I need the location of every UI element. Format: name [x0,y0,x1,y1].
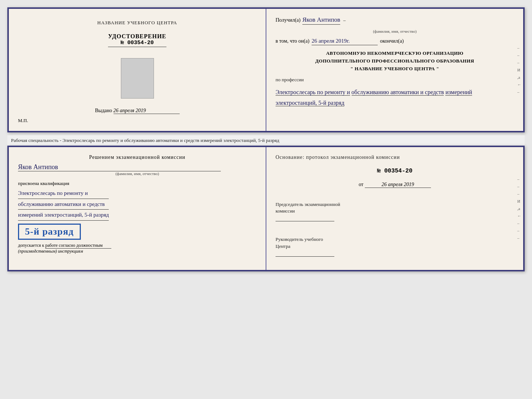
director-signature-line [276,256,334,257]
bottom-right-side-marks: – – – И ,а ← – – – [517,177,521,240]
received-line: Получил(а) Яков Антипов – [276,16,514,25]
org-quote-close: " [436,66,439,71]
issued-label: Выдано [95,108,112,113]
middle-text: Рабочая специальность - Электрослесарь п… [7,135,525,146]
org-name-text: НАЗВАНИЕ УЧЕБНОГО ЦЕНТРА [355,66,435,71]
allowed-text: работе согласно должностным [45,243,111,249]
profession-line2: обслуживанию автоматики и средств [352,89,444,96]
protocol-date-prefix: от [359,182,363,187]
director-role: Руководитель учебного Центра [276,236,514,249]
director-role-line1: Руководитель учебного [276,236,323,242]
chairman-signature-line [276,221,334,221]
protocol-date: от 26 апреля 2019 [276,182,514,188]
mp-label: М.П. [18,118,28,124]
chairman-role-line1: Председатель экзаменационной [276,202,340,207]
decision-title: Решением экзаменационной комиссии [18,154,256,160]
top-right-side-marks: – – – И ,а ← – [517,46,521,94]
bottom-doc-left: Решением экзаменационной комиссии Яков А… [9,147,266,270]
org-block: АВТОНОМНУЮ НЕКОММЕРЧЕСКУЮ ОРГАНИЗАЦИЮ ДО… [276,50,514,72]
bottom-name: Яков Антипов [18,163,221,171]
rank-badge: 5-й разряд [18,224,81,240]
protocol-number: № 00354-20 [276,168,514,174]
received-name: Яков Антипов [302,16,340,25]
org-quote-open: " [351,66,353,71]
protocol-date-value: 26 апреля 2019 [365,182,431,188]
fio-subtitle-top: (фамилия, имя, отчество) [276,29,514,33]
issued-date: 26 апреля 2019 [114,108,180,114]
top-document: НАЗВАНИЕ УЧЕБНОГО ЦЕНТРА УДОСТОВЕРЕНИЕ №… [7,7,525,132]
profession-label: по профессии [276,77,514,83]
date-value: 26 апреля 2019г. [312,38,378,45]
dash: – [342,17,346,23]
cert-title: УДОСТОВЕРЕНИЕ [108,33,166,40]
date-prefix: в том, что он(а) [276,38,309,44]
issued-line: Выдано 26 апреля 2019 [95,108,179,114]
top-doc-right: Получил(а) Яков Антипов – (фамилия, имя,… [266,9,523,131]
cert-number: № 00354-20 [108,40,166,47]
org-name: " НАЗВАНИЕ УЧЕБНОГО ЦЕНТРА " [276,65,514,73]
qual-line1: Электрослесарь по ремонту и [18,188,109,199]
qualification-label: присвоена квалификация [18,181,69,186]
profession-line1: Электрослесарь по ремонту и [276,89,350,96]
date-line: в том, что он(а) 26 апреля 2019г. окончи… [276,38,514,45]
fio-subtitle-bottom: (фамилия, имя, отчество) [18,171,256,176]
org-line2: ДОПОЛНИТЕЛЬНОГО ПРОФЕССИОНАЛЬНОГО ОБРАЗО… [276,57,514,65]
director-role-line2: Центра [276,243,290,249]
top-center-title: НАЗВАНИЕ УЧЕБНОГО ЦЕНТРА [97,20,177,26]
chairman-block: Председатель экзаменационной комиссии [276,201,514,227]
bottom-doc-right: Основание: протокол экзаменационной коми… [266,147,523,270]
page-container: НАЗВАНИЕ УЧЕБНОГО ЦЕНТРА УДОСТОВЕРЕНИЕ №… [7,7,525,271]
basis-label: Основание: протокол экзаменационной коми… [276,154,514,160]
qualification-block: Электрослесарь по ремонту и обслуживанию… [18,188,109,221]
chairman-role: Председатель экзаменационной комиссии [276,201,514,214]
org-line1: АВТОНОМНУЮ НЕКОММЕРЧЕСКУЮ ОРГАНИЗАЦИЮ [276,50,514,57]
allowed-label: допускается к [18,243,44,248]
allowed-block: допускается к работе согласно должностны… [18,243,111,254]
bottom-document: Решением экзаменационной комиссии Яков А… [7,146,525,271]
date-suffix: окончил(а) [380,38,404,44]
top-doc-left: НАЗВАНИЕ УЧЕБНОГО ЦЕНТРА УДОСТОВЕРЕНИЕ №… [9,9,266,131]
director-block: Руководитель учебного Центра [276,236,514,262]
qual-line3: измерений электростанций, 5-й разряд [18,210,109,221]
cert-block: УДОСТОВЕРЕНИЕ № 00354-20 [108,33,166,47]
allowed-italic: (производственным) инструкциям [18,249,83,254]
name-block: Яков Антипов (фамилия, имя, отчество) [18,163,256,176]
qual-line2: обслуживанию автоматики и средств [18,199,109,210]
profession-block: Электрослесарь по ремонту и обслуживанию… [276,87,514,108]
photo-placeholder [121,58,154,99]
chairman-role-line2: комиссии [276,208,295,214]
received-prefix: Получил(а) [276,17,301,23]
